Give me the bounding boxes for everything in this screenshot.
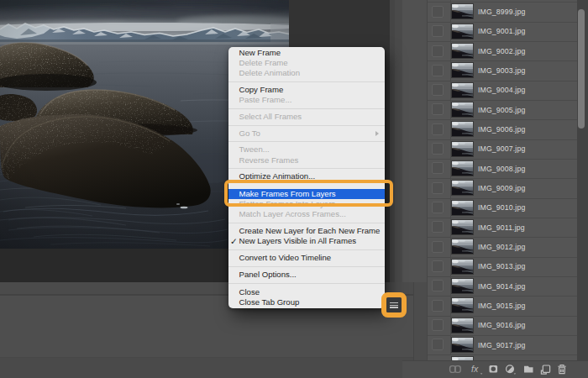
svg-text:fx: fx [471, 364, 479, 374]
